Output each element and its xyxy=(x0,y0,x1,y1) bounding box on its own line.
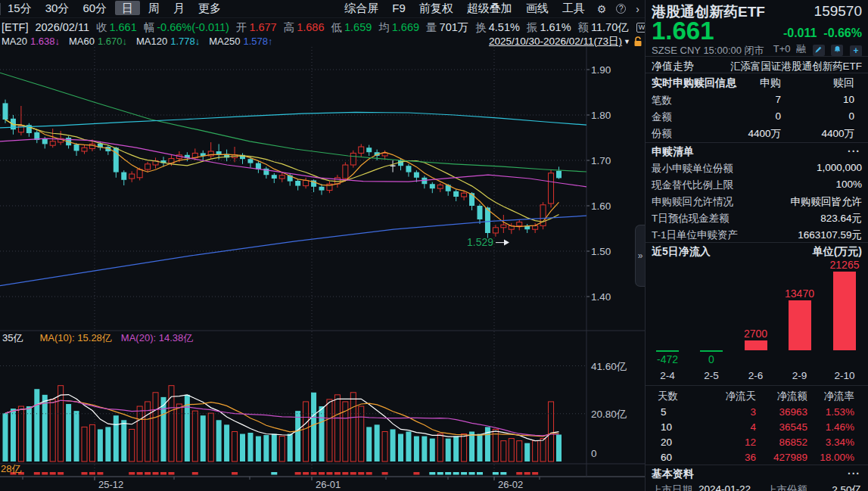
period-tab-月[interactable]: 月 xyxy=(166,1,191,15)
ma-legend-bar: MA201.638↓MA601.670↓MA1201.778↓MA2501.57… xyxy=(2,36,643,47)
kv-row: 申购赎回允许情况申购赎回皆允许 xyxy=(652,195,862,209)
price-change: -0.011 -0.66% xyxy=(652,26,862,40)
kv-row: 最小申赎单位份额1,000,000 xyxy=(652,162,862,176)
ma-legend-MA60: MA601.670↓ xyxy=(69,36,127,47)
kline-chart[interactable]: 1.901.801.701.601.501.4025-1226-0126-024… xyxy=(0,47,645,491)
period-tab-更多[interactable]: 更多 xyxy=(191,1,228,15)
volume-legend: 35亿MA(10): 15.28亿MA(20): 14.38亿 xyxy=(2,331,202,345)
tool-button-综合屏[interactable]: 综合屏 xyxy=(338,1,385,15)
quote-field-均: 均1.669 xyxy=(378,20,419,35)
svg-text:1.40: 1.40 xyxy=(591,291,611,303)
alert-bell-icon[interactable] xyxy=(831,45,843,56)
trading-app-window: 15分30分60分日周月更多 综合屏F9前复权超级叠加画线工具 ⚙ ? › [E… xyxy=(0,0,868,491)
svg-text:26-01: 26-01 xyxy=(316,479,341,490)
corner-amount-label: 28亿 xyxy=(1,462,21,476)
quote-field-收: 收1.661 xyxy=(96,20,137,35)
fund-full-name: 汇添富国证港股通创新药ETF xyxy=(652,60,862,73)
tool-buttons: 综合屏F9前复权超级叠加画线工具 xyxy=(338,2,592,16)
period-tab-日[interactable]: 日 xyxy=(115,1,140,15)
basic-section-title: 基本资料··· xyxy=(652,468,862,481)
tool-button-F9[interactable]: F9 xyxy=(385,1,412,15)
inflow-value-label: 0 xyxy=(689,353,734,365)
period-tab-15分[interactable]: 15分 xyxy=(1,1,39,15)
inflow-category-label: 2-9 xyxy=(777,370,823,381)
svg-text:1.60: 1.60 xyxy=(591,200,611,212)
flow-unit-label: 单位(万元) xyxy=(813,245,862,259)
inflow-value-label: 2700 xyxy=(733,328,779,340)
period-toolbar: 15分30分60分日周月更多 综合屏F9前复权超级叠加画线工具 ⚙ ? › xyxy=(0,0,645,18)
edit-icon[interactable] xyxy=(813,45,825,56)
ma-legend-MA250: MA2501.578↑ xyxy=(209,36,272,47)
tool-button-超级叠加[interactable]: 超级叠加 xyxy=(460,1,519,15)
flow-section-title: 近5日净流入 单位(万元) xyxy=(652,245,862,259)
svg-text:26-02: 26-02 xyxy=(498,479,523,490)
svg-text:1.529: 1.529 xyxy=(467,236,493,248)
quote-field-额: 额11.70亿 xyxy=(578,20,629,35)
ma-legend-MA20: MA201.638↓ xyxy=(2,36,60,47)
quote-field-换: 换4.51% xyxy=(475,20,520,35)
quote-field-低: 低1.659 xyxy=(331,20,372,35)
rt-section-title: 实时申购赎回信息 xyxy=(652,76,862,90)
svg-text:1.80: 1.80 xyxy=(591,110,611,121)
ma-items: MA201.638↓MA601.670↓MA1201.778↓MA2501.57… xyxy=(2,36,282,47)
ma-legend-MA120: MA1201.778↓ xyxy=(136,36,200,47)
period-tab-60分[interactable]: 60分 xyxy=(76,1,114,15)
quote-info-bar: [ETF]2026/02/11收1.661幅-0.66%(-0.011)开1.6… xyxy=(2,20,645,35)
inflow-bar xyxy=(789,300,811,350)
period-tab-周[interactable]: 周 xyxy=(142,1,166,15)
quote-field-幅: 幅-0.66%(-0.011) xyxy=(144,20,229,35)
rt-row: 金额 0 0 xyxy=(652,110,862,124)
quote-field-开: 开1.677 xyxy=(236,20,277,35)
quote-flags: T+0 融 + xyxy=(652,42,862,57)
quote-field: [ETF] xyxy=(2,21,28,33)
quote-field-振: 振1.61% xyxy=(527,20,571,35)
tplus-flag: T+0 xyxy=(773,43,791,54)
inflow-value-label: 13470 xyxy=(777,287,823,300)
wp-badge-icon[interactable]: WP xyxy=(636,23,645,33)
quote-side-panel: 港股通创新药ETF 159570 1.661 -0.011 -0.66% SZS… xyxy=(645,0,868,491)
inflow-bar xyxy=(745,340,767,350)
period-tab-30分[interactable]: 30分 xyxy=(39,1,76,15)
chevron-right-icon[interactable]: › xyxy=(630,3,645,15)
rt-row: 份额 4400万 4400万 xyxy=(652,127,862,141)
inflow-category-label: 2-6 xyxy=(733,370,779,381)
more-ellipsis-icon[interactable]: ··· xyxy=(848,145,860,157)
period-tabs: 15分30分60分日周月更多 xyxy=(1,2,228,16)
inflow-category-label: 2-5 xyxy=(689,370,734,381)
quote-field: 2026/02/11 xyxy=(35,21,89,33)
svg-text:0: 0 xyxy=(591,448,597,459)
tool-button-画线[interactable]: 画线 xyxy=(519,1,555,15)
help-icon[interactable]: ? xyxy=(616,4,626,14)
quote-field-高: 高1.686 xyxy=(284,20,325,35)
inflow-category-label: 2-10 xyxy=(822,370,867,381)
date-range-label[interactable]: 2025/10/30-2026/02/11(73日) xyxy=(489,35,622,48)
margin-flag: 融 xyxy=(796,43,806,54)
svg-text:20.80亿: 20.80亿 xyxy=(591,409,627,420)
svg-text:25-12: 25-12 xyxy=(98,479,123,490)
volume-ma10-label: MA(10): 15.28亿 xyxy=(39,332,111,343)
kv-row: 现金替代比例上限100% xyxy=(652,179,862,192)
more-ellipsis-icon[interactable]: ··· xyxy=(848,468,860,480)
volume-amount-label: 35亿 xyxy=(2,332,23,343)
inflow-category-label: 2-4 xyxy=(645,370,690,381)
svg-text:41.60亿: 41.60亿 xyxy=(591,361,627,372)
inflow-value-label: -472 xyxy=(645,353,690,365)
volume-ma20-label: MA(20): 14.38亿 xyxy=(121,332,193,343)
basic-info-row: 上市日期 2024-01-22 上市份额 2.50亿 xyxy=(652,483,862,491)
tool-button-工具[interactable]: 工具 xyxy=(555,1,592,15)
caret-down-icon[interactable]: ▼ xyxy=(624,38,630,45)
svg-text:1.50: 1.50 xyxy=(591,246,611,257)
net-inflow-bar-chart: -4722-402-527002-6134702-9212652-10 xyxy=(646,259,868,382)
inflow-value-label: 21265 xyxy=(822,259,867,271)
add-icon[interactable]: + xyxy=(850,45,862,57)
kv-row: T日预估现金差额823.64元 xyxy=(652,212,862,225)
sq-section-title: 申赎清单··· xyxy=(652,145,862,159)
gear-icon[interactable]: ⚙ xyxy=(592,3,612,15)
tool-button-前复权[interactable]: 前复权 xyxy=(412,1,460,15)
unlock-icon[interactable] xyxy=(633,36,643,47)
inflow-bar xyxy=(833,272,856,350)
inflow-zero-line xyxy=(700,350,723,352)
panel-collapse-handle[interactable]: » xyxy=(635,225,645,287)
quote-field-量: 量701万 xyxy=(426,20,468,35)
inflow-zero-line xyxy=(656,350,679,352)
